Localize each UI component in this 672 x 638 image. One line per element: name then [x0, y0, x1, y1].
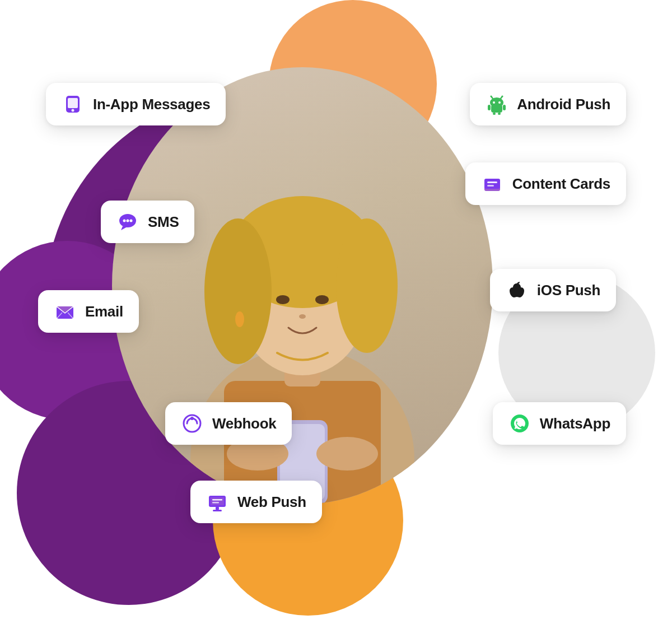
webhook-icon: [181, 412, 203, 435]
svg-point-25: [498, 101, 501, 104]
svg-point-20: [491, 96, 492, 97]
web-push-icon: [206, 491, 228, 513]
svg-rect-49: [212, 502, 219, 504]
email-label: Email: [85, 303, 123, 320]
svg-point-8: [315, 295, 329, 304]
svg-rect-28: [493, 113, 496, 115]
whatsapp-icon: [508, 412, 531, 435]
svg-rect-27: [503, 105, 506, 110]
card-email: Email: [38, 290, 139, 333]
svg-rect-45: [211, 497, 224, 505]
svg-rect-48: [212, 499, 222, 501]
svg-point-42: [190, 417, 194, 420]
content-cards-icon: [481, 173, 503, 195]
svg-point-7: [276, 295, 290, 304]
svg-marker-31: [121, 226, 127, 230]
android-icon: [486, 93, 508, 115]
svg-point-17: [72, 109, 74, 112]
svg-point-6: [336, 218, 398, 353]
email-icon: [54, 300, 76, 323]
svg-point-22: [502, 96, 503, 97]
svg-rect-16: [68, 98, 78, 108]
scene: In-App Messages: [0, 0, 672, 638]
svg-rect-37: [487, 181, 497, 183]
card-sms: SMS: [101, 201, 194, 243]
card-android-push: Android Push: [470, 83, 626, 125]
ios-label: iOS Push: [537, 282, 600, 299]
svg-point-9: [299, 314, 306, 319]
ios-icon: [506, 279, 528, 301]
content-cards-label: Content Cards: [512, 175, 610, 193]
card-ios-push: iOS Push: [490, 269, 616, 311]
svg-rect-26: [488, 105, 491, 110]
svg-point-5: [204, 218, 272, 364]
card-content-cards: Content Cards: [465, 162, 626, 205]
svg-rect-29: [498, 113, 501, 115]
svg-point-24: [493, 101, 495, 104]
svg-rect-47: [213, 510, 222, 511]
card-web-push: Web Push: [190, 481, 322, 523]
in-app-label: In-App Messages: [93, 96, 210, 113]
svg-point-10: [235, 311, 244, 327]
web-push-label: Web Push: [237, 493, 306, 511]
sms-label: SMS: [148, 213, 179, 231]
svg-point-33: [127, 220, 129, 222]
whatsapp-label: WhatsApp: [540, 415, 610, 432]
webhook-label: Webhook: [212, 415, 276, 432]
svg-point-14: [316, 437, 378, 471]
svg-rect-46: [216, 507, 219, 510]
android-label: Android Push: [517, 96, 610, 113]
svg-rect-23: [491, 105, 502, 113]
svg-rect-38: [487, 185, 494, 187]
in-app-icon: [62, 93, 84, 115]
card-webhook: Webhook: [165, 402, 292, 445]
card-in-app-messages: In-App Messages: [46, 83, 226, 125]
svg-point-34: [130, 220, 133, 222]
sms-icon: [116, 211, 139, 233]
card-whatsapp: WhatsApp: [493, 402, 626, 445]
svg-point-32: [123, 220, 126, 222]
svg-rect-36: [484, 179, 500, 189]
